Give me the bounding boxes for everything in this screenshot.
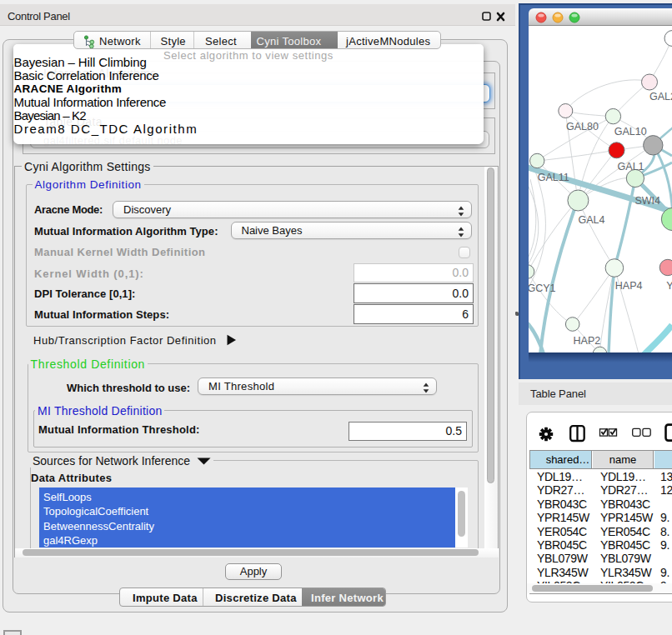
svg-text:YB: YB	[666, 280, 672, 292]
svg-text:GAL10: GAL10	[614, 126, 647, 138]
svg-text:GAL11: GAL11	[538, 172, 569, 183]
svg-text:GAL4: GAL4	[579, 214, 605, 226]
svg-text:GAL2: GAL2	[649, 91, 672, 102]
svg-text:GCY1: GCY1	[529, 282, 556, 294]
svg-text:GAL80: GAL80	[566, 121, 599, 132]
svg-text:HAP4: HAP4	[615, 280, 643, 292]
svg-text:GAL1: GAL1	[618, 161, 644, 172]
svg-text:HAP2: HAP2	[574, 335, 601, 347]
svg-text:SWI4: SWI4	[634, 195, 660, 207]
